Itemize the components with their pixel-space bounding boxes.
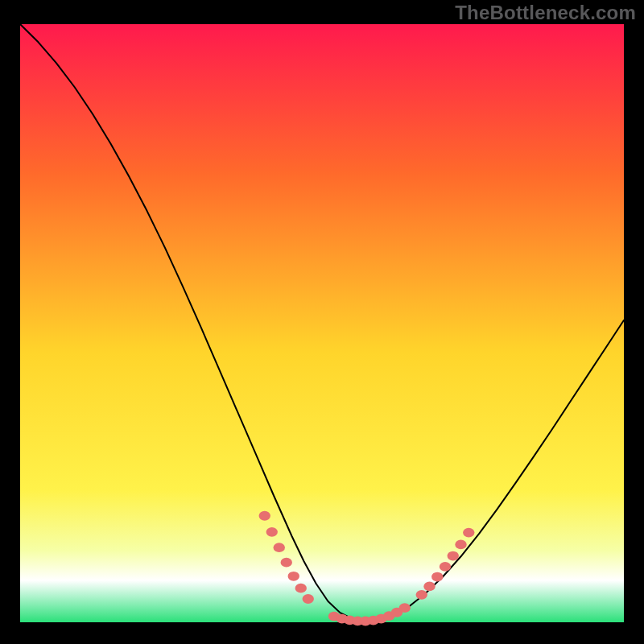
data-marker (288, 572, 299, 581)
data-marker (431, 572, 443, 582)
data-marker (463, 528, 474, 538)
plot-background (20, 24, 624, 622)
chart-stage: { "watermark": "TheBottleneck.com", "col… (0, 0, 644, 644)
data-marker (266, 527, 278, 537)
data-marker (455, 540, 466, 550)
data-marker (303, 594, 314, 604)
data-marker (281, 558, 292, 568)
data-marker (448, 551, 459, 561)
data-marker (259, 511, 270, 521)
data-marker (440, 562, 451, 572)
data-marker (274, 543, 285, 552)
data-marker (399, 603, 411, 613)
data-marker (416, 590, 427, 600)
chart-canvas (0, 0, 644, 644)
data-marker (295, 584, 307, 593)
data-marker (423, 582, 435, 592)
